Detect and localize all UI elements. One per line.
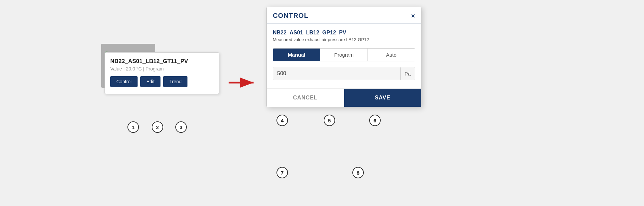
circle-label-1: 1 xyxy=(127,121,139,133)
left-popup-buttons: Control Edit Trend xyxy=(110,76,213,87)
mode-buttons-group: Manual Program Auto xyxy=(273,48,415,61)
circle-label-5: 5 xyxy=(324,115,335,126)
edit-button[interactable]: Edit xyxy=(140,76,160,87)
control-dialog: CONTROL × NB22_AS01_LB12_GP12_PV Measure… xyxy=(266,7,421,107)
circle-label-3: 3 xyxy=(175,121,187,133)
save-button[interactable]: SAVE xyxy=(344,89,421,107)
value-input[interactable] xyxy=(273,67,400,80)
arrow-graphic xyxy=(226,74,260,91)
value-unit: Pa xyxy=(400,67,415,80)
value-row: Pa xyxy=(273,67,415,80)
circle-label-7: 7 xyxy=(276,167,288,178)
mode-button-manual[interactable]: Manual xyxy=(273,49,320,61)
dialog-body: NB22_AS01_LB12_GP12_PV Measured value ex… xyxy=(267,24,421,80)
dialog-description: Measured value exhaust air pressure LB12… xyxy=(273,37,415,42)
close-button[interactable]: × xyxy=(411,12,415,19)
circle-label-4: 4 xyxy=(276,115,288,126)
left-popup-subtitle: Value : 20.0 °C | Program xyxy=(110,66,213,71)
circle-label-6: 6 xyxy=(369,115,381,126)
left-popup: NB22_AS01_LB12_GT11_PV Value : 20.0 °C |… xyxy=(105,52,219,94)
dialog-footer: CANCEL SAVE xyxy=(267,88,421,107)
trend-button[interactable]: Trend xyxy=(163,76,187,87)
mode-button-program[interactable]: Program xyxy=(320,49,368,61)
circle-label-8: 8 xyxy=(352,167,364,178)
control-button[interactable]: Control xyxy=(110,76,138,87)
dialog-title: CONTROL xyxy=(273,12,309,20)
dialog-tag: NB22_AS01_LB12_GP12_PV xyxy=(273,30,415,36)
mode-button-auto[interactable]: Auto xyxy=(368,49,415,61)
left-popup-title: NB22_AS01_LB12_GT11_PV xyxy=(110,58,213,65)
cancel-button[interactable]: CANCEL xyxy=(267,89,344,107)
dialog-header: CONTROL × xyxy=(267,7,421,24)
circle-label-2: 2 xyxy=(152,121,163,133)
